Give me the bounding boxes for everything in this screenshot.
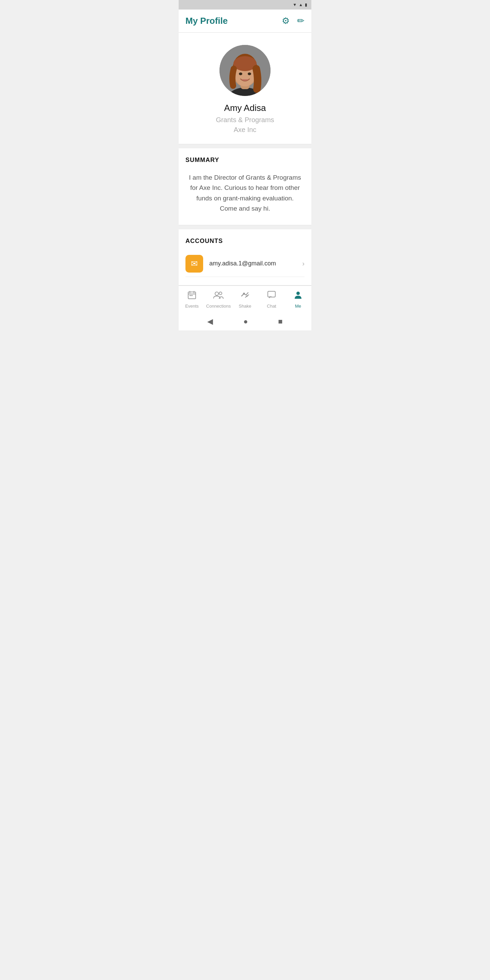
events-label: Events — [185, 304, 199, 309]
nav-item-chat[interactable]: Chat — [258, 291, 285, 309]
nav-item-me[interactable]: Me — [285, 291, 311, 309]
header: My Profile ⚙ ✏ — [179, 10, 311, 33]
header-actions: ⚙ ✏ — [282, 16, 305, 26]
settings-icon[interactable]: ⚙ — [282, 16, 290, 26]
svg-rect-14 — [191, 295, 192, 296]
connections-icon — [213, 291, 224, 302]
accounts-title: ACCOUNTS — [185, 237, 305, 245]
account-email: amy.adisa.1@gmail.com — [209, 260, 302, 267]
svg-point-19 — [296, 292, 300, 295]
bottom-nav: Events Connections Shake — [179, 285, 311, 313]
email-icon-wrapper: ✉ — [185, 255, 203, 272]
svg-point-16 — [219, 292, 222, 295]
svg-point-7 — [239, 73, 242, 75]
svg-point-17 — [243, 293, 245, 295]
nav-item-events[interactable]: Events — [179, 291, 205, 309]
divider-1 — [179, 144, 311, 144]
profile-role: Grants & Programs — [216, 116, 274, 124]
page-title: My Profile — [185, 16, 228, 26]
accounts-section: ACCOUNTS ✉ amy.adisa.1@gmail.com › — [179, 229, 311, 285]
summary-title: SUMMARY — [185, 156, 305, 164]
events-icon — [188, 291, 196, 302]
shake-label: Shake — [239, 304, 251, 309]
shake-icon — [240, 291, 250, 302]
chevron-right-icon: › — [302, 259, 305, 267]
recent-button[interactable]: ■ — [278, 317, 282, 326]
system-nav: ◀ ● ■ — [179, 313, 311, 331]
chat-label: Chat — [267, 304, 276, 309]
avatar — [220, 45, 270, 96]
profile-section: Amy Adisa Grants & Programs Axe Inc — [179, 33, 311, 144]
back-button[interactable]: ◀ — [207, 317, 213, 326]
nav-item-shake[interactable]: Shake — [232, 291, 258, 309]
profile-company: Axe Inc — [234, 126, 256, 134]
svg-point-8 — [248, 73, 251, 75]
edit-icon[interactable]: ✏ — [297, 16, 305, 26]
avatar-image — [220, 45, 270, 96]
signal-icon: ▲ — [299, 2, 303, 7]
svg-point-15 — [215, 292, 218, 295]
nav-item-connections[interactable]: Connections — [205, 291, 232, 309]
svg-rect-18 — [268, 291, 275, 297]
chat-icon — [267, 291, 276, 302]
account-item-email[interactable]: ✉ amy.adisa.1@gmail.com › — [185, 251, 305, 277]
status-bar: ▼ ▲ ▮ — [179, 0, 311, 10]
email-icon: ✉ — [191, 259, 198, 269]
battery-icon: ▮ — [305, 2, 307, 7]
wifi-icon: ▼ — [293, 2, 297, 7]
summary-text: I am the Director of Grants & Programs f… — [185, 170, 305, 217]
svg-rect-13 — [189, 295, 191, 296]
me-icon — [294, 291, 302, 302]
connections-label: Connections — [206, 304, 231, 309]
summary-section: SUMMARY I am the Director of Grants & Pr… — [179, 148, 311, 225]
divider-2 — [179, 225, 311, 225]
profile-name: Amy Adisa — [224, 103, 266, 113]
me-label: Me — [295, 304, 301, 309]
home-button[interactable]: ● — [243, 317, 248, 326]
